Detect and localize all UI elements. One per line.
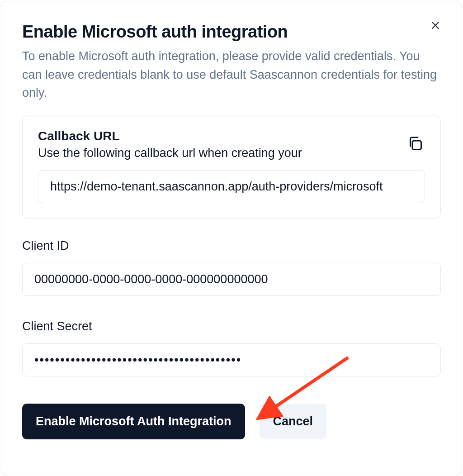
close-icon <box>430 20 441 32</box>
client-id-input[interactable] <box>22 263 441 296</box>
copy-icon <box>407 146 423 153</box>
client-secret-label: Client Secret <box>22 319 441 333</box>
close-button[interactable] <box>428 19 443 33</box>
button-row: Enable Microsoft Auth Integration Cancel <box>22 404 441 439</box>
callback-card: Callback URL Use the following callback … <box>22 115 441 219</box>
client-id-group: Client ID <box>22 239 441 296</box>
svg-rect-2 <box>412 141 421 150</box>
dialog-title: Enable Microsoft auth integration <box>22 22 441 42</box>
client-id-label: Client ID <box>22 239 441 253</box>
enable-auth-dialog: Enable Microsoft auth integration To ena… <box>1 1 462 475</box>
copy-button[interactable] <box>405 133 425 155</box>
enable-button[interactable]: Enable Microsoft Auth Integration <box>22 404 245 439</box>
client-secret-input[interactable] <box>22 343 441 376</box>
callback-description: Use the following callback url when crea… <box>38 146 405 160</box>
cancel-button[interactable]: Cancel <box>260 404 327 439</box>
dialog-subtitle: To enable Microsoft auth integration, pl… <box>22 47 441 102</box>
callback-title: Callback URL <box>38 129 405 143</box>
client-secret-group: Client Secret <box>22 319 441 376</box>
callback-url-field[interactable] <box>38 170 425 203</box>
